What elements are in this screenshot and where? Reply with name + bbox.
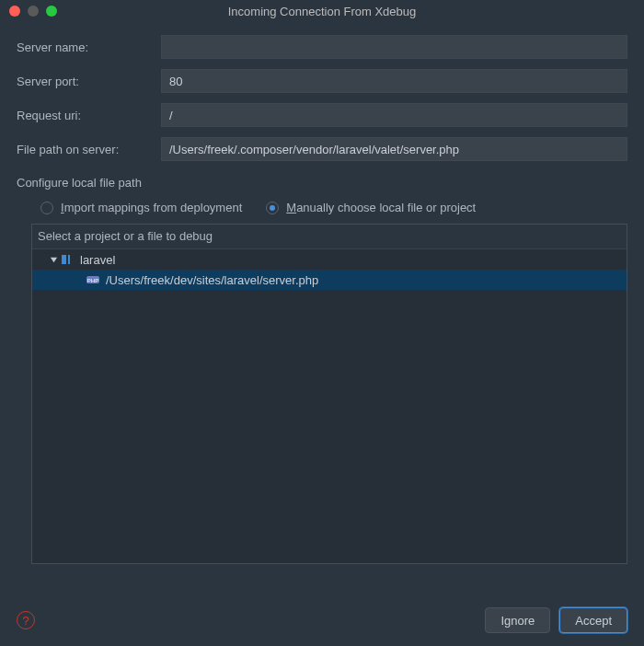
ignore-button[interactable]: Ignore (485, 607, 550, 633)
help-icon: ? (22, 614, 29, 628)
radio-dot-icon (40, 202, 53, 214)
tree-row-project[interactable]: laravel (32, 249, 627, 270)
label-rest: mport mappings from deployment (64, 201, 243, 214)
row-file-path: File path on server: (17, 137, 627, 161)
label-rest: anually choose local file or project (296, 201, 476, 214)
label-file-path: File path on server: (17, 143, 161, 156)
radio-dot-icon (266, 202, 279, 214)
radio-import-mappings[interactable]: Import mappings from deployment (40, 201, 242, 214)
radio-group-mapping: Import mappings from deployment Manually… (40, 201, 627, 214)
label-server-name: Server name: (17, 40, 161, 54)
input-request-uri[interactable] (161, 103, 627, 127)
dialog-footer: ? Ignore Accept (0, 607, 644, 633)
mnemonic: M (286, 201, 296, 214)
tree-header: Select a project or a file to debug (32, 225, 627, 249)
chevron-down-icon[interactable] (47, 256, 60, 264)
radio-manual-choose[interactable]: Manually choose local file or project (266, 201, 476, 214)
zoom-icon[interactable] (46, 6, 57, 17)
tree-item-label: laravel (80, 253, 115, 267)
close-icon[interactable] (9, 6, 20, 17)
tree-body[interactable]: laravel PHP /Users/freek/dev/sites/larav… (32, 249, 627, 563)
minimize-icon[interactable] (28, 6, 39, 17)
svg-rect-1 (68, 255, 70, 264)
dialog-content: Server name: Server port: Request uri: F… (0, 22, 644, 564)
svg-text:PHP: PHP (87, 278, 98, 283)
titlebar: Incoming Connection From Xdebug (0, 0, 644, 22)
row-server-name: Server name: (17, 35, 627, 59)
tree-item-label: /Users/freek/dev/sites/laravel/server.ph… (106, 273, 318, 287)
input-file-path[interactable] (161, 137, 627, 161)
input-server-port[interactable] (161, 69, 627, 93)
label-server-port: Server port: (17, 75, 161, 88)
window-title: Incoming Connection From Xdebug (7, 5, 637, 18)
php-file-icon: PHP (86, 272, 100, 287)
radio-import-label: Import mappings from deployment (61, 201, 242, 214)
help-button[interactable]: ? (17, 611, 35, 629)
tree-row-file[interactable]: PHP /Users/freek/dev/sites/laravel/serve… (32, 270, 627, 290)
row-request-uri: Request uri: (17, 103, 627, 127)
tree-panel: Select a project or a file to debug lara… (31, 224, 627, 564)
radio-manual-label: Manually choose local file or project (286, 201, 476, 214)
project-icon (60, 252, 75, 267)
svg-rect-0 (62, 255, 66, 264)
window-controls (9, 6, 57, 17)
row-server-port: Server port: (17, 69, 627, 93)
configure-label: Configure local file path (17, 176, 627, 190)
label-request-uri: Request uri: (17, 109, 161, 122)
accept-button[interactable]: Accept (559, 607, 627, 633)
input-server-name[interactable] (161, 35, 627, 59)
